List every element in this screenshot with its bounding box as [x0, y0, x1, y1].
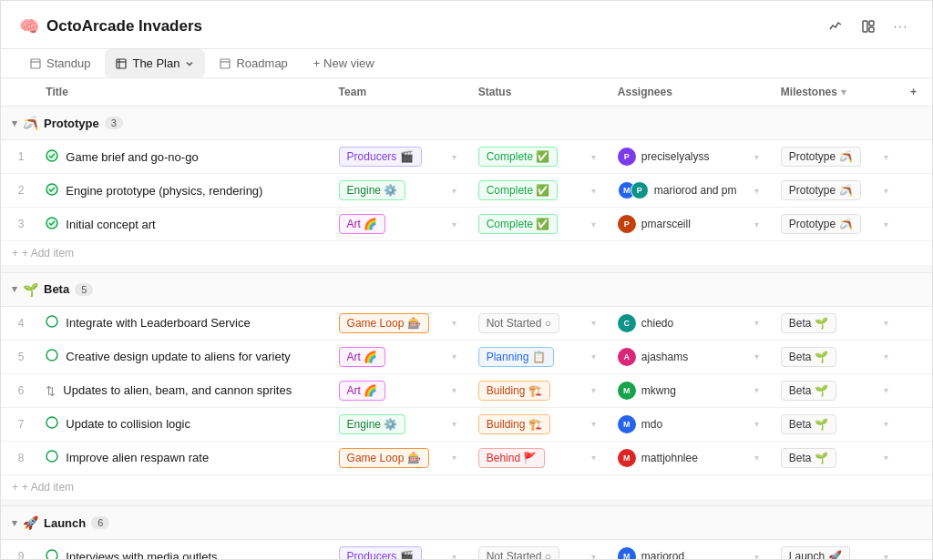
status-chip[interactable]: Building 🏗️	[478, 414, 550, 434]
team-chip[interactable]: Producers 🎬	[339, 147, 422, 167]
status-chip[interactable]: Building 🏗️	[478, 381, 550, 401]
assignees-cell: A ajashams ▾	[607, 340, 770, 373]
plan-icon	[116, 58, 127, 69]
row-status-icon	[46, 315, 58, 331]
status-arrow: ▾	[591, 453, 596, 463]
status-chip[interactable]: Behind 🚩	[478, 448, 546, 468]
team-cell: Art 🌈 ▾	[328, 340, 467, 373]
team-cell: Engine ⚙️ ▾	[328, 174, 467, 208]
milestone-chip[interactable]: Prototype 🪃	[781, 214, 861, 234]
milestone-chip[interactable]: Beta 🌱	[781, 381, 836, 401]
row-number: 4	[1, 306, 35, 340]
row-title[interactable]: Improve alien respawn rate	[66, 451, 209, 464]
title-cell: Initial concept art	[35, 208, 327, 241]
status-cell: Behind 🚩 ▾	[467, 441, 607, 474]
add-item-button[interactable]: ++ Add item	[12, 247, 921, 260]
assignees-cell: P preciselyalyss ▾	[607, 140, 770, 174]
milestone-chip[interactable]: Prototype 🪃	[781, 180, 861, 200]
row-title[interactable]: Engine prototype (physics, rendering)	[66, 184, 262, 198]
assignee-arrow: ▾	[754, 385, 759, 395]
milestone-chip[interactable]: Prototype 🪃	[781, 147, 861, 167]
team-chip[interactable]: Engine ⚙️	[339, 414, 406, 434]
milestone-chip[interactable]: Beta 🌱	[781, 313, 836, 333]
svg-point-16	[46, 451, 57, 462]
tab-standup[interactable]: Standup	[19, 49, 101, 77]
row-more	[899, 340, 932, 373]
team-cell: Engine ⚙️ ▾	[328, 407, 467, 441]
milestone-chip[interactable]: Launch 🚀	[781, 546, 850, 559]
group-emoji-beta: 🌱	[23, 282, 38, 297]
status-chip[interactable]: Complete ✅	[478, 147, 559, 167]
status-chip[interactable]: Planning 📋	[478, 347, 554, 367]
status-arrow: ▾	[591, 219, 596, 229]
row-title[interactable]: Creative design update to aliens for var…	[66, 350, 290, 363]
group-chevron-prototype[interactable]: ▾	[12, 117, 17, 129]
status-arrow: ▾	[591, 152, 596, 162]
row-more	[899, 373, 932, 407]
tab-the-plan[interactable]: The Plan	[105, 49, 205, 77]
add-item-button[interactable]: ++ Add item	[12, 481, 921, 494]
assignee-arrow: ▾	[754, 318, 759, 328]
status-cell: Not Started ○ ▾	[467, 540, 607, 560]
new-view-button[interactable]: + New view	[302, 49, 385, 77]
team-chip[interactable]: Art 🌈	[339, 347, 386, 367]
team-chip[interactable]: Art 🌈	[339, 381, 386, 401]
team-chip[interactable]: Engine ⚙️	[339, 180, 406, 200]
status-chip[interactable]: Not Started ○	[478, 313, 559, 333]
team-cell: Producers 🎬 ▾	[328, 140, 467, 174]
new-view-label: + New view	[313, 56, 374, 70]
status-chip[interactable]: Complete ✅	[478, 214, 559, 234]
row-title[interactable]: Updates to alien, beam, and cannon sprit…	[63, 383, 292, 397]
table-row: 6 ⇅ Updates to alien, beam, and cannon s…	[1, 373, 932, 407]
row-number: 3	[1, 208, 35, 241]
team-arrow: ▾	[452, 385, 456, 395]
table-row: 7 Update to collision logic Engine ⚙️ ▾ …	[1, 407, 932, 441]
row-title[interactable]: Game brief and go-no-go	[66, 150, 198, 164]
team-chip[interactable]: Producers 🎬	[339, 546, 422, 559]
status-chip[interactable]: Not Started ○	[478, 546, 559, 559]
assignee-arrow: ▾	[754, 186, 759, 196]
add-item-row-prototype[interactable]: ++ Add item	[1, 241, 932, 266]
assignees-cell: M P mariorod and pm ▾	[607, 174, 770, 208]
more-button[interactable]: ···	[888, 14, 914, 39]
assignee-arrow: ▾	[754, 219, 759, 229]
row-status-icon	[46, 349, 58, 364]
svg-point-15	[46, 417, 57, 428]
chart-button[interactable]	[823, 14, 848, 39]
row-number: 9	[1, 540, 35, 560]
row-title[interactable]: Integrate with Leaderboard Service	[66, 316, 250, 330]
milestones-sort-button[interactable]: ▾	[841, 86, 846, 98]
row-title[interactable]: Initial concept art	[66, 218, 155, 231]
avatar: M	[618, 449, 636, 467]
avatar: M	[618, 382, 636, 400]
add-item-row-beta[interactable]: ++ Add item	[1, 474, 932, 499]
row-number: 7	[1, 407, 35, 441]
assignee-arrow: ▾	[754, 152, 759, 162]
status-chip[interactable]: Complete ✅	[478, 180, 559, 200]
group-chevron-beta[interactable]: ▾	[12, 283, 17, 295]
team-chip[interactable]: Game Loop 🎰	[339, 313, 429, 333]
svg-point-14	[46, 350, 57, 361]
team-cell: Art 🌈 ▾	[328, 208, 467, 241]
avatar: P	[618, 148, 636, 166]
tab-roadmap[interactable]: Roadmap	[209, 49, 298, 77]
status-arrow: ▾	[591, 385, 596, 395]
layout-button[interactable]	[856, 14, 881, 39]
row-title[interactable]: Update to collision logic	[66, 417, 190, 431]
assignee-cell: M mdo	[618, 415, 662, 433]
team-arrow: ▾	[452, 552, 456, 560]
milestone-arrow: ▾	[884, 351, 888, 361]
row-number: 6	[1, 373, 35, 407]
milestones-cell: Beta 🌱 ▾	[770, 340, 899, 373]
milestone-chip[interactable]: Beta 🌱	[781, 347, 836, 367]
milestone-arrow: ▾	[884, 453, 888, 463]
group-chevron-launch[interactable]: ▾	[12, 517, 17, 529]
milestone-chip[interactable]: Beta 🌱	[781, 448, 836, 468]
team-cell: Game Loop 🎰 ▾	[328, 306, 467, 340]
col-header-add[interactable]: +	[899, 78, 932, 107]
milestone-chip[interactable]: Beta 🌱	[781, 414, 836, 434]
team-chip[interactable]: Art 🌈	[339, 214, 386, 234]
row-title[interactable]: Interviews with media outlets	[66, 550, 217, 560]
group-header-beta: ▾ 🌱 Beta 5	[1, 272, 932, 306]
team-chip[interactable]: Game Loop 🎰	[339, 448, 429, 468]
